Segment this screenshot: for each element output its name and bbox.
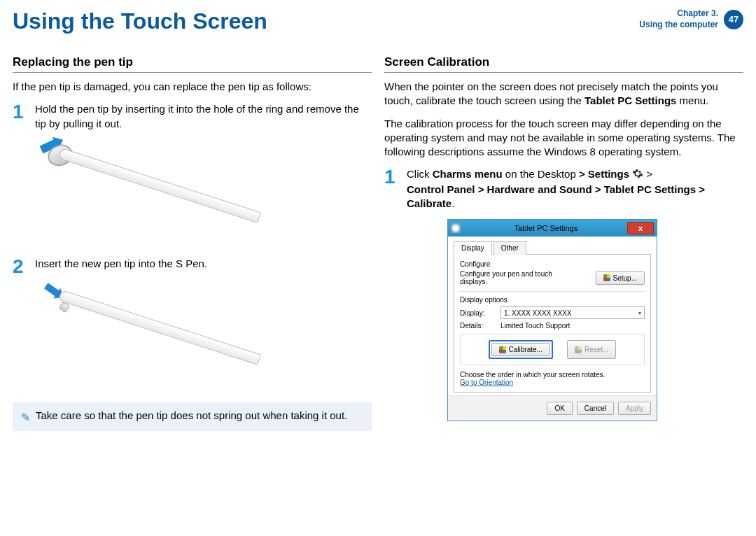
step-number-1: 1: [13, 102, 28, 131]
chapter-line2: Using the computer: [639, 20, 718, 31]
step-number-2: 2: [13, 257, 28, 276]
calibrate-highlight: Calibrate...: [489, 340, 553, 359]
page-title: Using the Touch Screen: [13, 8, 267, 34]
step-2-text: Insert the new pen tip into the S Pen.: [35, 257, 207, 276]
illustration-insert-tip: [41, 283, 279, 388]
display-select-value: 1. XXXX XXXX XXXX: [504, 309, 572, 317]
display-label: Display:: [460, 309, 493, 317]
tab-other[interactable]: Other: [493, 241, 526, 255]
tablet-pc-settings-dialog: Tablet PC Settings x Display Other Confi…: [447, 219, 657, 421]
dialog-titlebar: Tablet PC Settings x: [448, 220, 657, 237]
pen-body: [58, 148, 261, 223]
content-columns: Replacing the pen tip If the pen tip is …: [13, 55, 743, 431]
display-options-label: Display options: [460, 296, 645, 304]
step-1: 1 Hold the pen tip by inserting it into …: [13, 102, 372, 131]
page-number-badge: 47: [724, 10, 743, 29]
display-select[interactable]: 1. XXXX XXXX XXXX ▾: [500, 306, 645, 319]
close-button[interactable]: x: [627, 222, 654, 234]
note-icon: ✎: [21, 411, 30, 424]
chevron-down-icon: ▾: [638, 310, 641, 316]
ok-button[interactable]: OK: [547, 402, 572, 415]
calibration-p2: The calibration process for the touch sc…: [384, 117, 743, 160]
dialog-footer: OK Cancel Apply: [448, 395, 657, 421]
calibration-step-1: 1 Click Charms menu on the Desktop > Set…: [384, 167, 743, 211]
shield-icon-2: [499, 346, 506, 353]
shield-icon-3: [575, 346, 582, 353]
step-2: 2 Insert the new pen tip into the S Pen.: [13, 257, 372, 276]
dialog-tabs: Display Other: [454, 241, 651, 255]
shield-icon: [603, 274, 610, 281]
dialog-title: Tablet PC Settings: [465, 224, 627, 232]
pen-body-2: [58, 290, 261, 365]
section-heading-replacing: Replacing the pen tip: [13, 55, 372, 73]
configure-row: Configure your pen and touch displays. S…: [460, 270, 645, 285]
manual-page: Using the Touch Screen Chapter 3. Using …: [0, 0, 756, 536]
illustration-remove-tip: [41, 138, 279, 243]
left-column: Replacing the pen tip If the pen tip is …: [13, 55, 372, 431]
configure-desc: Configure your pen and touch displays.: [460, 270, 565, 285]
details-row: Details: Limited Touch Support: [460, 322, 645, 330]
section-heading-calibration: Screen Calibration: [384, 55, 743, 73]
chapter-info: Chapter 3. Using the computer 47: [639, 8, 743, 30]
reset-button[interactable]: Reset...: [567, 340, 616, 359]
calibrate-row: Calibrate... Reset...: [460, 334, 645, 365]
calibration-step-1-text: Click Charms menu on the Desktop > Setti…: [407, 167, 743, 211]
tab-display[interactable]: Display: [454, 241, 492, 255]
dialog-body: Display Other Configure Configure your p…: [448, 237, 657, 395]
details-value: Limited Touch Support: [500, 322, 570, 330]
chapter-text: Chapter 3. Using the computer: [639, 8, 718, 30]
configure-label: Configure: [460, 260, 645, 268]
details-label: Details:: [460, 322, 493, 330]
tab-panel-display: Configure Configure your pen and touch d…: [454, 255, 651, 393]
orientation-block: Choose the order in which your screen ro…: [460, 371, 645, 386]
settings-gear-icon: [632, 168, 643, 183]
calibrate-button[interactable]: Calibrate...: [491, 343, 550, 356]
page-header: Using the Touch Screen Chapter 3. Using …: [13, 8, 743, 34]
orientation-link[interactable]: Go to Orientation: [460, 379, 513, 386]
orientation-text: Choose the order in which your screen ro…: [460, 371, 645, 379]
note-text: Take care so that the pen tip does not s…: [36, 409, 347, 421]
step-1-text: Hold the pen tip by inserting it into th…: [35, 102, 372, 131]
arrow-in-icon: [44, 283, 59, 297]
calibration-p1: When the pointer on the screen does not …: [384, 80, 743, 108]
chapter-line1: Chapter 3.: [639, 8, 718, 20]
intro-text: If the pen tip is damaged, you can repla…: [13, 80, 372, 94]
cancel-button[interactable]: Cancel: [577, 402, 614, 415]
apply-button[interactable]: Apply: [618, 402, 651, 415]
caution-note: ✎ Take care so that the pen tip does not…: [13, 402, 372, 431]
divider: [460, 291, 645, 292]
setup-button[interactable]: Setup...: [596, 271, 645, 285]
step-number-1-right: 1: [384, 167, 400, 211]
dialog-app-icon: [451, 223, 461, 233]
display-row: Display: 1. XXXX XXXX XXXX ▾: [460, 306, 645, 319]
right-column: Screen Calibration When the pointer on t…: [384, 55, 743, 431]
